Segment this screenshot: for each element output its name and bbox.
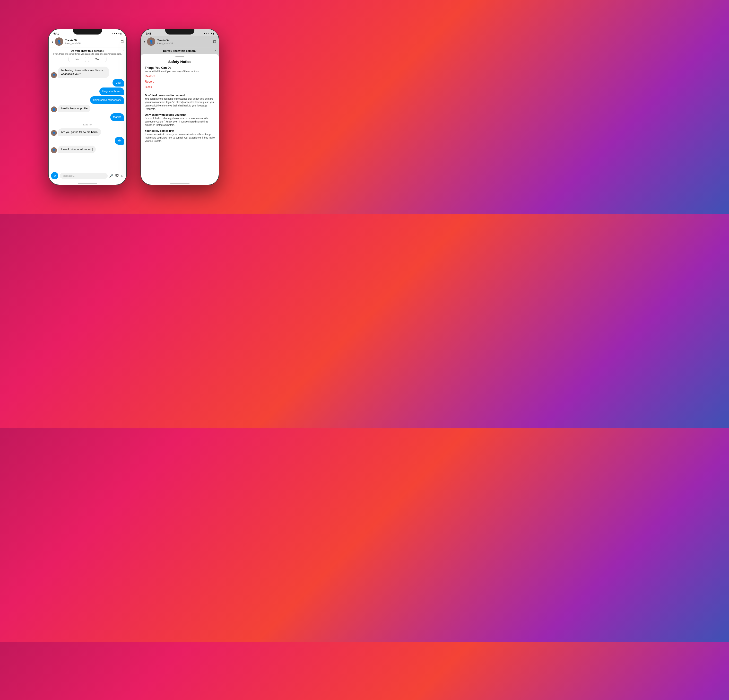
time-right: 9:41 [146,32,151,35]
phone-left: 9:41 ▲▲▲ ▾ ▮ ‹ 👤 Travis W travis_shreds1… [49,29,126,185]
sheet-handle [176,56,184,57]
status-icons-right: ▲▲▲ ▾ ▮ [203,32,214,35]
video-button-left[interactable]: □ [121,39,123,44]
messages-list: 👤 I'm having dinner with some friends, w… [49,64,126,170]
mic-icon[interactable]: 🎤 [109,174,113,178]
tip-pressure: Don't feel pressured to respond You don'… [145,94,215,111]
phone-right: 9:41 ▲▲▲ ▾ ▮ ‹ 👤 Travis W travis_shreds1… [141,29,219,185]
signal-icon-right: ▲▲▲ [203,32,210,35]
right-phone-screen: 9:41 ▲▲▲ ▾ ▮ ‹ 👤 Travis W travis_shreds1… [141,29,219,185]
table-row: 👤 I really like your profile [51,105,124,112]
tip-pressure-title: Don't feel pressured to respond [145,94,215,97]
tip-share: Only share with people you trust Be care… [145,113,215,127]
avatar: 👤 [51,72,57,78]
gallery-icon[interactable]: 🖼 [115,174,119,178]
safety-notice-title: Safety Notice [145,60,215,64]
message-placeholder: Message... [63,174,75,177]
table-row: doing some schoolwork [51,96,124,104]
back-button-left[interactable]: ‹ [52,39,53,44]
list-item: Cool [112,79,124,87]
battery-icon: ▮ [120,32,122,35]
header-info-left: Travis W travis_shreds18 [65,39,119,45]
back-button-right[interactable]: ‹ [144,39,145,44]
things-you-can-do-title: Things You Can Do [145,66,215,70]
message-input[interactable]: Message... [60,173,107,179]
wifi-icon: ▾ [118,32,119,35]
do-you-know-banner: Do you know this person? × [141,47,219,54]
contact-username-right: travis_shreds18 [157,42,211,45]
list-item: thanks [110,113,124,121]
table-row: I'm just at home [51,87,124,95]
sticker-icon[interactable]: ☺ [121,174,124,178]
list-item: I'm having dinner with some friends, wha… [58,67,109,78]
chat-header-right: ‹ 👤 Travis W travis_shreds18 □ [141,36,219,47]
chat-header-left: ‹ 👤 Travis W travis_shreds18 □ [49,36,126,47]
signal-icon: ▲▲▲ [111,32,118,35]
battery-icon-right: ▮ [213,32,214,35]
safety-banner: × Do you know this person? If not, there… [49,47,126,64]
report-link[interactable]: Report [145,80,215,83]
list-item: idk [115,137,124,144]
sheet-handle-container [141,54,219,60]
notch-left [73,29,102,35]
tip-share-text: Be careful when sharing photos, videos o… [145,117,215,127]
camera-icon: ⊙ [54,174,56,177]
avatar: 👤 [51,106,57,112]
home-indicator-left [49,181,126,185]
avatar-right: 👤 [147,38,155,46]
do-you-know-text: Do you know this person? [163,49,197,52]
divider1 [145,91,215,91]
wifi-icon-right: ▾ [211,32,212,35]
tip-share-title: Only share with people you trust [145,113,215,116]
contact-name-right: Travis W [157,39,211,42]
time-left: 9:41 [54,32,59,35]
list-item: Are you gonna follow me back? [58,128,101,136]
input-bar: ⊙ Message... 🎤 🖼 ☺ [49,170,126,181]
safety-content: Safety Notice Things You Can Do We won't… [141,60,219,149]
contact-username-left: travis_shreds18 [65,42,119,45]
table-row: 👤 I'm having dinner with some friends, w… [51,67,124,78]
tip-pressure-text: You don't have to respond to messages th… [145,97,215,111]
tip-safety: Your safety comes first If someone asks … [145,129,215,143]
block-link[interactable]: Block [145,85,215,89]
close-right-button[interactable]: × [215,49,216,52]
table-row: thanks [51,113,124,121]
table-row: 👤 It would nice to talk more :) [51,145,124,153]
avatar: 👤 [51,130,57,136]
video-button-right[interactable]: □ [213,39,216,44]
contact-name-left: Travis W [65,39,119,42]
tip-safety-text: If someone asks to move your conversatio… [145,133,215,143]
camera-button[interactable]: ⊙ [51,172,58,179]
table-row: Cool [51,79,124,87]
input-icons: 🎤 🖼 ☺ [109,174,124,178]
yes-button[interactable]: Yes [88,57,106,62]
notch-right [165,29,195,35]
list-item: It would nice to talk more :) [58,145,96,153]
home-indicator-right [141,181,219,185]
avatar-left: 👤 [55,38,63,46]
table-row: idk [51,137,124,144]
table-row: 👤 Are you gonna follow me back? [51,128,124,136]
list-item: I'm just at home [99,87,124,95]
timestamp: 10:31 PM [51,123,124,126]
status-icons-left: ▲▲▲ ▾ ▮ [111,32,122,35]
safety-banner-subtitle: If not, there are some things you can do… [52,53,123,55]
things-you-can-do-sub: We won't tell them if you take any of th… [145,70,215,73]
safety-sheet: Safety Notice Things You Can Do We won't… [141,54,219,181]
avatar: 👤 [51,147,57,153]
header-info-right: Travis W travis_shreds18 [157,39,211,45]
no-button[interactable]: No [68,57,86,62]
safety-buttons: No Yes [52,57,123,62]
list-item: doing some schoolwork [90,96,124,104]
safety-banner-title: Do you know this person? [52,49,123,52]
close-banner-button[interactable]: × [122,49,124,52]
tip-safety-title: Your safety comes first [145,129,215,132]
restrict-link[interactable]: Restrict [145,75,215,78]
list-item: I really like your profile [58,105,90,112]
left-phone-screen: 9:41 ▲▲▲ ▾ ▮ ‹ 👤 Travis W travis_shreds1… [49,29,126,185]
